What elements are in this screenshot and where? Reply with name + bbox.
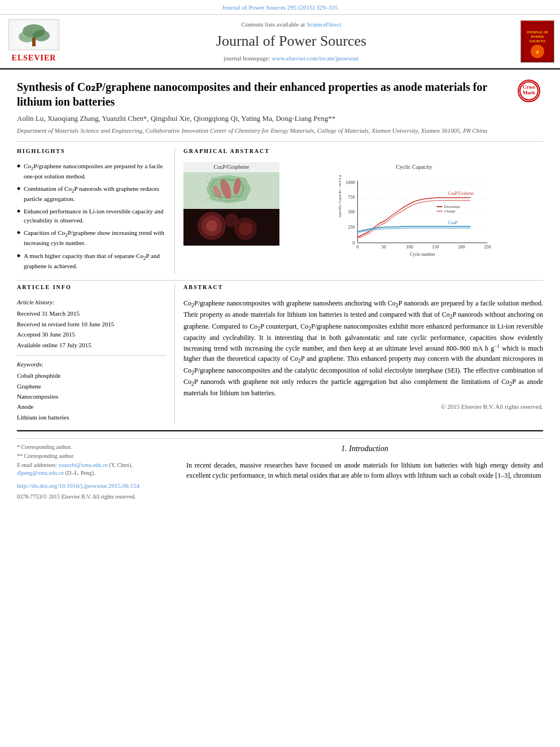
ga-image (183, 172, 279, 246)
ga-left-panel: Co₂P/Graphene (183, 162, 279, 246)
elsevier-tree-icon (10, 21, 58, 49)
sciencedirect-link[interactable]: ScienceDirect (307, 21, 342, 28)
svg-text:50: 50 (382, 244, 386, 250)
header-center: Contents lists available at ScienceDirec… (68, 20, 515, 63)
received-revised: Received in revised form 10 June 2015 (17, 320, 166, 329)
svg-text:0: 0 (353, 241, 355, 246)
keyword-4: Anode (17, 403, 166, 411)
cyclic-capacity-chart: 0 250 500 750 1000 0 50 (288, 175, 540, 257)
svg-text:0: 0 (357, 244, 359, 250)
article-history-title: Article history: (17, 298, 166, 307)
keyword-5: Lithium ion batteries (17, 413, 166, 422)
elsevier-box (8, 19, 59, 50)
svg-text:Specific Capacity / mA h g⁻¹: Specific Capacity / mA h g⁻¹ (338, 175, 342, 217)
journal-thumbnail: JOURNAL OF POWER SOURCES ⚡ (520, 20, 554, 63)
ga-left-label: Co₂P/Graphene (183, 162, 279, 172)
footer-left: * Corresponding author. ** Corresponding… (17, 443, 175, 500)
svg-text:150: 150 (432, 244, 439, 250)
corresponding-note-1: * Corresponding author. (17, 443, 175, 451)
svg-text:750: 750 (348, 195, 355, 200)
keywords-section: Keywords: Cobalt phosphide Graphene Nano… (17, 360, 166, 422)
svg-text:1000: 1000 (346, 180, 355, 185)
svg-point-36 (239, 222, 252, 235)
email-label: E-mail addresses: (17, 462, 57, 468)
main-content: Synthesis of Co₂P/graphene nanocomposite… (0, 69, 560, 506)
svg-text:500: 500 (348, 209, 355, 215)
header-right: JOURNAL OF POWER SOURCES ⚡ (515, 20, 560, 63)
article-history: Article history: Received 31 March 2015 … (17, 298, 166, 350)
svg-text:JOURNAL OF: JOURNAL OF (526, 30, 548, 34)
copyright-line: © 2015 Elsevier B.V. All rights reserved… (183, 403, 543, 411)
highlight-item-3: Enhanced performance in Li-ion reversibl… (17, 207, 166, 225)
svg-text:POWER: POWER (531, 35, 544, 38)
svg-text:250: 250 (348, 225, 355, 230)
keyword-3: Nanocomposites (17, 392, 166, 401)
highlights-header: HIGHLIGHTS (17, 147, 166, 158)
highlights-col: HIGHLIGHTS Co2P/graphene nanocomposites … (17, 147, 175, 274)
intro-text: In recent decades, massive researches ha… (186, 460, 543, 480)
highlights-list: Co2P/graphene nanocomposites are prepare… (17, 162, 166, 270)
highlight-item-5: A much higher capacity than that of sepa… (17, 252, 166, 270)
graphical-abstract-content: Co₂P/Graphene (183, 162, 543, 263)
highlight-item-4: Capacities of Co2P/graphene show increas… (17, 229, 166, 247)
material-image-icon (183, 209, 279, 246)
abstract-header: ABSTRACT (183, 283, 543, 294)
accepted-date: Accepted 30 June 2015 (17, 330, 166, 339)
email-1-link[interactable]: yuanzhi@xmu.edu.cn (58, 462, 108, 468)
nanocomposite-image-icon (183, 172, 279, 209)
svg-text:Cross: Cross (523, 84, 535, 90)
svg-point-34 (206, 220, 217, 231)
email-2-person: (D.-L. Peng). (65, 470, 95, 476)
ga-top-image (183, 172, 279, 209)
info-abstract-row: ARTICLE INFO Article history: Received 3… (17, 283, 543, 423)
homepage-text: journal homepage: (224, 55, 270, 62)
svg-text:Co₂P/Grahene: Co₂P/Grahene (448, 191, 475, 196)
svg-text:Discharge: Discharge (444, 204, 460, 209)
highlight-item-1: Co2P/graphene nanocomposites are prepare… (17, 162, 166, 181)
email-footnote: E-mail addresses: yuanzhi@xmu.edu.cn (Y.… (17, 461, 175, 477)
svg-text:SOURCES: SOURCES (529, 40, 545, 43)
affiliation: Department of Materials Science and Engi… (17, 126, 506, 135)
received-date: Received 31 March 2015 (17, 309, 166, 318)
article-title: Synthesis of Co₂P/graphene nanocomposite… (17, 80, 506, 109)
sciencedirect-text: Contents lists available at (241, 21, 305, 28)
svg-text:Charge: Charge (444, 209, 456, 213)
header-left: ELSEVIER (0, 19, 68, 64)
svg-text:Mark: Mark (523, 90, 535, 95)
highlights-ga-row: HIGHLIGHTS Co2P/graphene nanocomposites … (17, 147, 543, 274)
svg-text:200: 200 (458, 244, 465, 250)
email-2-link[interactable]: dlpeng@xmu.edu.cn (17, 470, 64, 476)
doi-link[interactable]: http://dx.doi.org/10.1016/j.jpowsour.201… (17, 482, 139, 489)
keywords-divider (17, 355, 166, 356)
graphical-abstract-header: GRAPHICAL ABSTRACT (183, 147, 543, 158)
sciencedirect-line: Contents lists available at ScienceDirec… (73, 20, 509, 29)
footer-intro-section: * Corresponding author. ** Corresponding… (17, 438, 543, 500)
article-info-header: ARTICLE INFO (17, 283, 166, 294)
chart-area: 0 250 500 750 1000 0 50 (285, 172, 543, 263)
available-date: Available online 17 July 2015 (17, 341, 166, 350)
svg-point-37 (225, 213, 238, 227)
keywords-title: Keywords: (17, 360, 166, 369)
article-info-col: ARTICLE INFO Article history: Received 3… (17, 283, 175, 423)
journal-title-header: Journal of Power Sources (73, 31, 509, 51)
svg-text:Cycle number: Cycle number (410, 252, 435, 257)
svg-rect-61 (437, 211, 443, 212)
svg-text:Co₂P: Co₂P (448, 220, 458, 225)
ga-chart-title: Cyclic Capacity (285, 162, 543, 172)
crossmark-icon: Cross Mark (518, 80, 540, 102)
crossmark: Cross Mark (515, 80, 543, 102)
homepage-link[interactable]: www.elsevier.com/locate/jpowsour (272, 55, 358, 62)
svg-text:250: 250 (484, 244, 491, 250)
doi-section: http://dx.doi.org/10.1016/j.jpowsour.201… (17, 482, 175, 490)
authors: Aolin Lu, Xiaoqiang Zhang, Yuanzhi Chen*… (17, 113, 506, 124)
abstract-text: Co2P/graphene nanocomposites with graphe… (183, 298, 543, 398)
highlight-item-2: Combination of Co2P nanorods with graphe… (17, 185, 166, 203)
graphical-abstract-col: GRAPHICAL ABSTRACT Co₂P/Graphene (175, 147, 543, 274)
svg-text:⚡: ⚡ (535, 49, 540, 55)
introduction-section: 1. Introduction In recent decades, massi… (186, 443, 543, 480)
journal-cover-icon: JOURNAL OF POWER SOURCES ⚡ (522, 22, 553, 62)
corresponding-note-2: ** Corresponding author. (17, 452, 175, 460)
elsevier-logo: ELSEVIER (8, 19, 59, 64)
svg-text:100: 100 (406, 244, 413, 250)
article-title-section: Synthesis of Co₂P/graphene nanocomposite… (17, 75, 543, 142)
